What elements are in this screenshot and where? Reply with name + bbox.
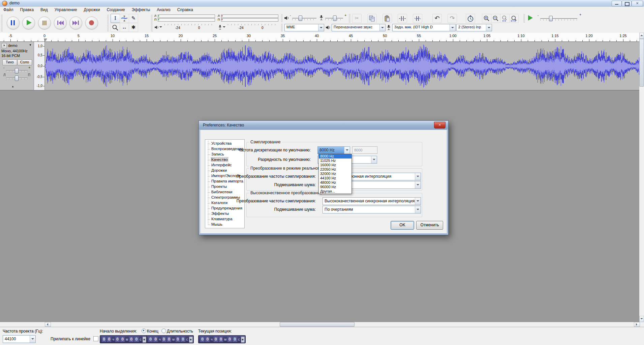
- dialog-close-button[interactable]: ×: [434, 122, 446, 128]
- trim-audio-button[interactable]: [398, 14, 407, 23]
- time-digit[interactable]: 0: [162, 337, 166, 342]
- title-bar[interactable]: demo ×: [0, 0, 644, 7]
- tree-item-15[interactable]: Мышь: [205, 222, 244, 227]
- radio-length[interactable]: [161, 328, 166, 333]
- ok-button[interactable]: OK: [391, 221, 414, 230]
- playback-meter-left[interactable]: Л: [154, 15, 215, 18]
- rate-option-7[interactable]: 96000 Hz: [319, 185, 351, 189]
- mixer-grip[interactable]: [281, 14, 283, 22]
- output-volume-slider[interactable]: -: [290, 15, 317, 21]
- selection-start-timefield[interactable]: 00ч00м00с: [100, 335, 147, 343]
- spinner[interactable]: [143, 337, 146, 343]
- cut-button[interactable]: ✂: [352, 14, 362, 23]
- meter-grip[interactable]: [151, 15, 153, 31]
- copy-button[interactable]: [367, 14, 377, 23]
- track-menu-button[interactable]: ▼: [29, 44, 32, 47]
- tree-item-13[interactable]: Эффекты: [205, 211, 244, 217]
- tree-item-7[interactable]: Правила импорта: [205, 179, 244, 184]
- menu-1[interactable]: Правка: [17, 7, 37, 13]
- time-digit[interactable]: 0: [134, 337, 139, 342]
- pause-button[interactable]: [7, 17, 20, 29]
- transcription-grip[interactable]: [523, 14, 525, 23]
- close-button[interactable]: ×: [632, 1, 643, 6]
- time-digit[interactable]: 0: [214, 337, 218, 342]
- slider-thumb[interactable]: [549, 16, 553, 21]
- rate-option-8[interactable]: Другая...: [319, 189, 351, 194]
- fit-project-button[interactable]: [509, 14, 519, 23]
- undo-button[interactable]: ↶: [432, 14, 442, 23]
- play-at-speed-button[interactable]: [527, 14, 535, 22]
- menu-0[interactable]: Файл: [0, 7, 17, 13]
- zoom-in-button[interactable]: [482, 14, 491, 23]
- playback-device-combo[interactable]: Переназначение звукс: [332, 24, 386, 31]
- minimize-button[interactable]: [612, 1, 622, 6]
- hq-converter-combo[interactable]: Высококачественная синхронная интерполяц…: [323, 197, 421, 205]
- input-volume-slider[interactable]: +: [324, 15, 346, 21]
- menu-3[interactable]: Управление: [51, 7, 81, 13]
- sample-rate-dropdown-list[interactable]: 8000 Hz11025 Hz16000 Hz22050 Hz32000 Hz4…: [318, 154, 352, 194]
- rate-option-4[interactable]: 32000 Hz: [319, 172, 351, 176]
- spinner[interactable]: [241, 337, 245, 343]
- project-rate-combo[interactable]: 44100: [3, 335, 36, 343]
- menu-2[interactable]: Вид: [37, 7, 51, 13]
- time-digit[interactable]: 0: [102, 337, 106, 342]
- time-digit[interactable]: 0: [107, 337, 111, 342]
- scroll-left-button[interactable]: [45, 322, 51, 327]
- vertical-scroll-thumb[interactable]: [639, 39, 644, 87]
- rate-option-2[interactable]: 16000 Hz: [319, 163, 351, 167]
- mute-button[interactable]: Тихо: [2, 59, 17, 65]
- cancel-button[interactable]: Отменить: [416, 221, 443, 230]
- preferences-tree[interactable]: УстройстваВоспроизведениеЗаписьКачествоИ…: [205, 139, 245, 228]
- edit-grip[interactable]: [349, 14, 350, 23]
- pan-slider[interactable]: Л П: [2, 74, 32, 80]
- solo-button[interactable]: Соло: [17, 59, 32, 65]
- scroll-right-button[interactable]: [634, 322, 640, 327]
- spinner[interactable]: [189, 337, 193, 343]
- other-sample-rate-field[interactable]: 8000: [352, 146, 377, 154]
- playback-speed-slider[interactable]: - +: [538, 15, 581, 22]
- gain-slider[interactable]: - +: [2, 67, 32, 73]
- recording-device-combo[interactable]: Задн. мик. (IDT High D: [392, 24, 456, 31]
- tree-item-12[interactable]: Предупреждения: [205, 206, 244, 211]
- time-digit[interactable]: 0: [129, 337, 133, 342]
- time-digit[interactable]: 0: [233, 337, 237, 342]
- skip-to-start-button[interactable]: [54, 17, 67, 29]
- rate-option-5[interactable]: 44100 Hz: [319, 176, 351, 180]
- hq-dither-combo[interactable]: По очертаниям: [323, 206, 421, 213]
- timeline-ruler[interactable]: -505101520253035404550551:001:051:101:15…: [0, 33, 640, 42]
- time-digit[interactable]: 0: [219, 337, 223, 342]
- zoom-tool-button[interactable]: [111, 23, 120, 32]
- paste-button[interactable]: [382, 14, 392, 23]
- slider-thumb[interactable]: [299, 16, 302, 21]
- time-digit[interactable]: 0: [153, 337, 158, 342]
- envelope-tool-button[interactable]: [120, 14, 129, 23]
- selection-tool-button[interactable]: I: [111, 14, 120, 23]
- menu-8[interactable]: Справка: [174, 7, 196, 13]
- menu-7[interactable]: Анализ: [153, 7, 174, 13]
- scroll-up-button[interactable]: [639, 33, 644, 39]
- time-digit[interactable]: 0: [167, 337, 171, 342]
- transport-grip[interactable]: [1, 15, 3, 31]
- draw-tool-button[interactable]: ✎: [129, 14, 138, 23]
- current-position-timefield[interactable]: 00ч00м00с: [198, 335, 246, 343]
- menu-5[interactable]: Создание: [103, 7, 128, 13]
- slider-thumb[interactable]: [333, 16, 337, 21]
- default-sample-rate-combo[interactable]: 8000 Hz: [317, 146, 350, 154]
- rate-option-0[interactable]: 8000 Hz: [319, 154, 351, 159]
- playback-meter-right[interactable]: П: [154, 18, 215, 21]
- audio-track[interactable]: ✕ demo ▼ Моно, 44100Hz 16-bit PCM Тихо С…: [0, 41, 640, 90]
- record-button[interactable]: [85, 17, 98, 29]
- time-digit[interactable]: 0: [200, 337, 205, 342]
- tree-item-0[interactable]: Устройства: [205, 141, 244, 146]
- track-control-panel[interactable]: ✕ demo ▼ Моно, 44100Hz 16-bit PCM Тихо С…: [0, 42, 34, 90]
- menu-4[interactable]: Дорожки: [81, 7, 103, 13]
- time-digit[interactable]: 0: [120, 337, 125, 342]
- waveform-canvas[interactable]: [45, 42, 640, 90]
- timeshift-tool-button[interactable]: ↔: [120, 23, 129, 32]
- chevron-down-icon[interactable]: [159, 26, 162, 29]
- snap-to-checkbox[interactable]: [93, 336, 98, 341]
- maximize-button[interactable]: [622, 1, 632, 6]
- menu-6[interactable]: Эффекты: [128, 7, 154, 13]
- time-digit[interactable]: 0: [181, 337, 185, 342]
- tools-grip[interactable]: [107, 15, 109, 31]
